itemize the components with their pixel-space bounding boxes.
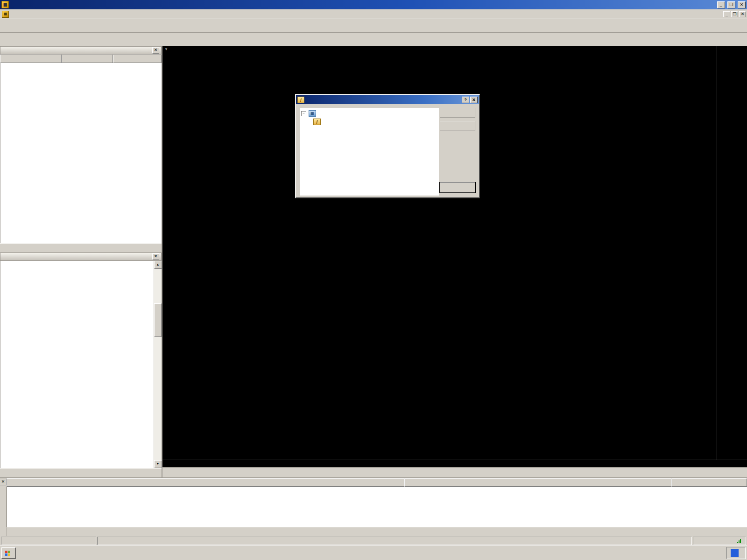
tree-item-indicator[interactable]: ƒ xyxy=(301,118,437,126)
collapse-icon[interactable]: − xyxy=(301,111,306,116)
app-icon: ▦ xyxy=(1,1,9,8)
column-header-headline[interactable] xyxy=(7,478,404,487)
one-click-trading-icon[interactable]: ▼ xyxy=(164,47,168,51)
help-icon[interactable]: ? xyxy=(462,97,469,103)
market-watch-list xyxy=(0,63,162,243)
market-watch-panel: ✕ xyxy=(0,46,162,252)
navigator-tabs xyxy=(0,468,162,477)
mailbox-list xyxy=(7,487,747,527)
close-button[interactable]: ✕ xyxy=(738,1,746,8)
application-window: ▦ _ ❐ ✕ ▦ _ ❐ ✕ ✕ xyxy=(0,0,747,560)
navigator-tree xyxy=(0,261,154,468)
time-axis[interactable] xyxy=(162,460,717,467)
taskbar xyxy=(0,546,747,560)
title-bar: ▦ _ ❐ ✕ xyxy=(0,0,747,9)
navigator-panel: ✕ ▲ ▼ xyxy=(0,252,162,477)
column-header-from[interactable] xyxy=(404,478,671,487)
terminal-strip: ✕ xyxy=(0,478,7,536)
column-header-symbol[interactable] xyxy=(0,55,62,63)
left-panels: ✕ ✕ ▲ xyxy=(0,46,162,477)
status-bar xyxy=(0,536,747,546)
system-tray xyxy=(726,547,746,559)
market-watch-header xyxy=(0,55,162,63)
chart-window-icon: ▦ xyxy=(2,11,9,18)
close-icon[interactable]: ✕ xyxy=(0,479,7,485)
standard-toolbar xyxy=(0,19,747,33)
mdi-minimize-button[interactable]: _ xyxy=(723,11,730,17)
scroll-down-icon[interactable]: ▼ xyxy=(154,460,162,468)
terminal-tabs xyxy=(7,527,747,536)
column-header-bid[interactable] xyxy=(62,55,113,63)
restore-button[interactable]: ❐ xyxy=(727,1,735,8)
column-header-ask[interactable] xyxy=(113,55,162,63)
dialog-title-bar: ƒ ? ✕ xyxy=(296,95,479,104)
scrollbar-thumb[interactable] xyxy=(154,303,162,337)
close-icon[interactable]: ✕ xyxy=(152,47,159,54)
status-help-text xyxy=(1,537,96,545)
connection-bars-icon xyxy=(737,539,741,543)
windows-logo-icon xyxy=(5,551,10,556)
indicators-list[interactable]: − ▦ ƒ xyxy=(300,108,439,196)
indicators-dialog: ƒ ? ✕ − ▦ ƒ xyxy=(295,94,480,198)
chart-icon: ▦ xyxy=(309,110,316,117)
close-button[interactable] xyxy=(440,182,475,193)
navigator-scrollbar[interactable]: ▲ ▼ xyxy=(154,261,162,468)
market-watch-title-bar: ✕ xyxy=(0,46,162,55)
menu-bar: ▦ _ ❐ ✕ xyxy=(0,9,747,19)
indicator-icon: ƒ xyxy=(313,119,321,125)
mdi-close-button[interactable]: ✕ xyxy=(739,11,746,17)
charts-toolbar xyxy=(0,33,747,46)
terminal-panel: ✕ xyxy=(0,477,747,536)
minimize-button[interactable]: _ xyxy=(717,1,725,8)
close-icon[interactable]: ✕ xyxy=(470,97,478,103)
indicator-icon: ƒ xyxy=(297,97,304,103)
status-middle-segment xyxy=(97,537,692,545)
price-axis[interactable] xyxy=(717,46,747,460)
chart-ohlc-label: ▼ xyxy=(164,47,170,51)
axis-corner xyxy=(717,460,747,467)
close-icon[interactable]: ✕ xyxy=(152,253,159,260)
column-header-time[interactable] xyxy=(671,478,747,487)
edit-button[interactable] xyxy=(440,108,475,118)
market-watch-tabs xyxy=(0,243,162,252)
tree-item-main-chart[interactable]: − ▦ xyxy=(301,109,437,118)
terminal-header xyxy=(7,478,747,487)
chart-tab-strip xyxy=(162,467,747,477)
scroll-up-icon[interactable]: ▲ xyxy=(154,261,162,269)
mdi-restore-button[interactable]: ❐ xyxy=(731,11,738,17)
start-button[interactable] xyxy=(1,547,16,559)
navigator-title-bar: ✕ xyxy=(0,252,162,261)
connection-status xyxy=(693,537,746,545)
language-indicator[interactable] xyxy=(731,549,739,557)
delete-button[interactable] xyxy=(440,121,475,131)
